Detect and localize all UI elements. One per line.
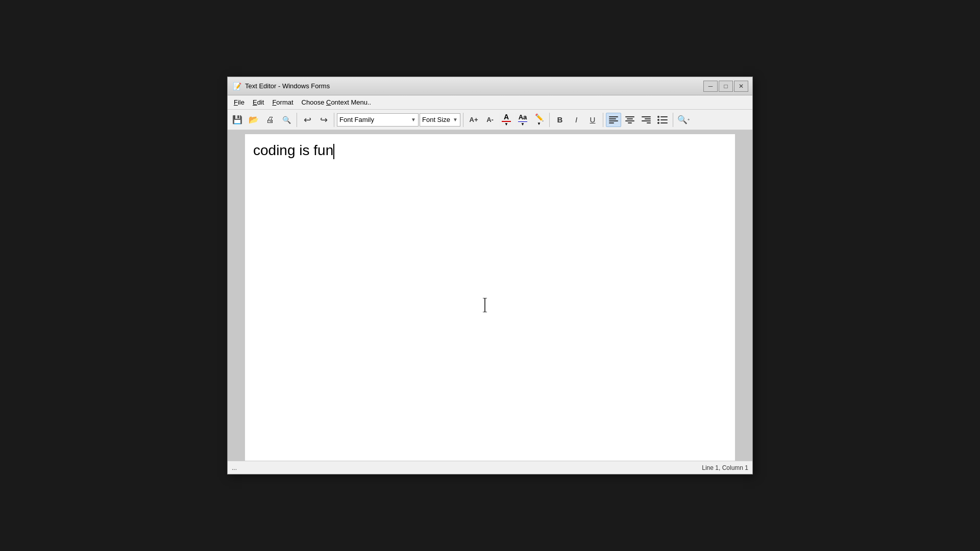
bold-button[interactable]: B — [552, 113, 568, 127]
menu-bar: File Edit Format Choose Context Menu.. — [228, 95, 752, 110]
editor-scroll[interactable]: coding is fun — [228, 130, 752, 461]
font-size-combo[interactable]: Font Size ▼ — [420, 113, 460, 127]
highlight-button[interactable]: ✏️ ▼ — [531, 113, 547, 127]
editor-content[interactable]: coding is fun — [253, 142, 727, 448]
case-button[interactable]: Aa ▼ — [515, 113, 530, 127]
status-bar: ... Line 1, Column 1 — [228, 461, 752, 474]
save-icon: 💾 — [232, 115, 242, 124]
font-color-button[interactable]: A ▼ — [499, 113, 514, 127]
menu-file[interactable]: File — [230, 97, 249, 108]
italic-button[interactable]: I — [569, 113, 584, 127]
redo-button[interactable]: ↪ — [316, 113, 331, 127]
separator-1 — [297, 113, 297, 127]
separator-4 — [549, 113, 550, 127]
undo-button[interactable]: ↩ — [300, 113, 315, 127]
menu-context-label: Choose Context Menu.. — [302, 98, 372, 106]
font-color-dropdown-arrow: ▼ — [504, 122, 508, 127]
editor-text: coding is fun — [253, 142, 333, 158]
align-right-button[interactable] — [639, 113, 654, 127]
case-dropdown-arrow: ▼ — [521, 122, 525, 127]
undo-icon: ↩ — [304, 114, 311, 126]
status-right: Line 1, Column 1 — [702, 464, 748, 471]
print-button[interactable]: 🖨 — [262, 113, 278, 127]
open-icon: 📂 — [249, 115, 259, 124]
toolbar: 💾 📂 🖨 🔍 ↩ ↪ Font Family ▼ Fo — [228, 110, 752, 130]
menu-file-label: File — [234, 98, 244, 106]
editor-page: coding is fun — [245, 134, 735, 461]
title-bar: 📝 Text Editor - Windows Forms ─ □ ✕ — [228, 77, 752, 95]
highlight-dropdown-arrow: ▼ — [537, 122, 541, 126]
font-increase-button[interactable]: A+ — [466, 113, 481, 127]
redo-icon: ↪ — [320, 114, 328, 126]
menu-format-label: Format — [272, 98, 293, 106]
print-preview-button[interactable]: 🔍 — [279, 113, 294, 127]
menu-format[interactable]: Format — [268, 97, 297, 108]
window-icon: 📝 — [232, 81, 242, 91]
align-left-button[interactable] — [606, 113, 621, 127]
text-cursor — [333, 144, 334, 159]
print-preview-icon: 🔍 — [282, 116, 291, 124]
font-size-arrow: ▼ — [453, 117, 458, 122]
font-family-value: Font Family — [339, 116, 374, 123]
minimize-button[interactable]: ─ — [703, 81, 718, 92]
align-center-icon — [624, 115, 636, 125]
align-center-button[interactable] — [622, 113, 638, 127]
highlight-icon: ✏️ — [535, 113, 544, 121]
window-controls: ─ □ ✕ — [703, 81, 748, 92]
underline-label: U — [590, 115, 596, 124]
align-right-icon — [640, 115, 652, 125]
editor-container: coding is fun — [228, 130, 752, 461]
bullet-list-button[interactable] — [655, 113, 670, 127]
font-family-combo[interactable]: Font Family ▼ — [337, 113, 419, 127]
case-label: Aa — [519, 113, 527, 121]
menu-edit[interactable]: Edit — [249, 97, 268, 108]
bold-label: B — [557, 115, 563, 124]
close-button[interactable]: ✕ — [734, 81, 748, 92]
font-family-arrow: ▼ — [411, 117, 416, 122]
font-size-value: Font Size — [422, 116, 450, 123]
italic-label: I — [575, 115, 577, 124]
underline-button[interactable]: U — [585, 113, 600, 127]
font-decrease-button[interactable]: A- — [482, 113, 498, 127]
align-left-icon — [607, 115, 620, 125]
menu-context[interactable]: Choose Context Menu.. — [298, 97, 376, 108]
font-decrease-label: A- — [486, 116, 494, 123]
window-title: Text Editor - Windows Forms — [245, 82, 703, 90]
separator-3 — [463, 113, 463, 127]
separator-5 — [603, 113, 603, 127]
bullet-list-icon — [656, 114, 669, 126]
save-button[interactable]: 💾 — [230, 113, 245, 127]
font-increase-label: A+ — [470, 116, 478, 123]
font-color-letter: A — [504, 113, 509, 120]
main-window: 📝 Text Editor - Windows Forms ─ □ ✕ File… — [227, 77, 753, 474]
zoom-icon: 🔍 — [677, 115, 688, 124]
zoom-button[interactable]: 🔍 + — [676, 113, 691, 127]
maximize-button[interactable]: □ — [719, 81, 733, 92]
status-left: ... — [232, 464, 702, 471]
print-icon: 🖨 — [266, 115, 274, 124]
open-button[interactable]: 📂 — [246, 113, 261, 127]
separator-2 — [334, 113, 334, 127]
menu-edit-label: Edit — [253, 98, 264, 106]
separator-6 — [673, 113, 673, 127]
zoom-dropdown-arrow: + — [688, 117, 690, 122]
